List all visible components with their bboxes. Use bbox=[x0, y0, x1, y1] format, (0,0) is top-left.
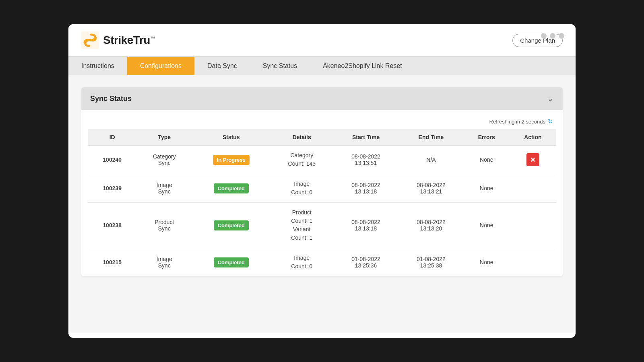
row-start-time-0: 08-08-2022 13:13:51 bbox=[333, 146, 398, 174]
window-dot-2 bbox=[550, 33, 555, 39]
col-details: Details bbox=[270, 129, 333, 146]
logo: StrikeTru™ bbox=[81, 31, 155, 49]
refresh-text: Refreshing in 2 seconds bbox=[489, 119, 545, 125]
row-end-time-2: 08-08-2022 13:13:20 bbox=[398, 203, 464, 248]
main-content: Sync Status ⌄ Refreshing in 2 seconds ↻ … bbox=[68, 75, 576, 333]
row-details-2: Product Count: 1 Variant Count: 1 bbox=[270, 203, 333, 248]
table-row: 100215Image SyncCompletedImage Count: 00… bbox=[88, 248, 556, 277]
main-window: StrikeTru™ Change Plan Instructions Conf… bbox=[68, 24, 576, 338]
row-details-1: Image Count: 0 bbox=[270, 174, 333, 203]
row-status-0: In Progress bbox=[192, 146, 270, 174]
row-start-time-1: 08-08-2022 13:13:18 bbox=[333, 174, 398, 203]
col-errors: Errors bbox=[464, 129, 510, 146]
nav-bar: Instructions Configurations Data Sync Sy… bbox=[68, 56, 576, 75]
nav-item-akeneo-link-reset[interactable]: Akeneo2Shopify Link Reset bbox=[310, 57, 415, 75]
status-badge: Completed bbox=[214, 257, 249, 267]
row-end-time-1: 08-08-2022 13:13:21 bbox=[398, 174, 464, 203]
table-row: 100239Image SyncCompletedImage Count: 00… bbox=[88, 174, 556, 203]
app-header: StrikeTru™ Change Plan bbox=[68, 24, 576, 56]
table-row: 100240Category SyncIn ProgressCategory C… bbox=[88, 146, 556, 174]
row-type-2: Product Sync bbox=[136, 203, 192, 248]
row-status-1: Completed bbox=[192, 174, 270, 203]
window-dot-3 bbox=[559, 33, 564, 39]
row-id-0: 100240 bbox=[88, 146, 136, 174]
col-id: ID bbox=[88, 129, 136, 146]
row-end-time-0: N/A bbox=[398, 146, 464, 174]
refresh-bar: Refreshing in 2 seconds ↻ bbox=[88, 115, 556, 129]
sync-status-panel: Sync Status ⌄ Refreshing in 2 seconds ↻ … bbox=[81, 87, 563, 276]
refresh-icon[interactable]: ↻ bbox=[548, 118, 553, 125]
row-id-1: 100239 bbox=[88, 174, 136, 203]
logo-text: StrikeTru™ bbox=[103, 34, 155, 47]
table-row: 100238Product SyncCompletedProduct Count… bbox=[88, 203, 556, 248]
row-status-2: Completed bbox=[192, 203, 270, 248]
row-id-3: 100215 bbox=[88, 248, 136, 277]
row-action-3 bbox=[510, 248, 556, 277]
row-start-time-3: 01-08-2022 13:25:36 bbox=[333, 248, 398, 277]
panel-title: Sync Status bbox=[90, 95, 132, 103]
cancel-action-button[interactable]: ✕ bbox=[526, 153, 539, 166]
row-type-1: Image Sync bbox=[136, 174, 192, 203]
row-type-0: Category Sync bbox=[136, 146, 192, 174]
row-details-3: Image Count: 0 bbox=[270, 248, 333, 277]
nav-item-instructions[interactable]: Instructions bbox=[68, 57, 127, 75]
col-status: Status bbox=[192, 129, 270, 146]
status-badge: Completed bbox=[214, 183, 249, 193]
row-errors-3: None bbox=[464, 248, 510, 277]
row-action-2 bbox=[510, 203, 556, 248]
col-action: Action bbox=[510, 129, 556, 146]
row-type-3: Image Sync bbox=[136, 248, 192, 277]
row-errors-0: None bbox=[464, 146, 510, 174]
nav-item-sync-status[interactable]: Sync Status bbox=[250, 57, 310, 75]
sync-table: ID Type Status Details Start Time End Ti… bbox=[88, 129, 556, 276]
chevron-down-icon[interactable]: ⌄ bbox=[547, 94, 554, 103]
window-dot-1 bbox=[541, 33, 547, 39]
row-action-0: ✕ bbox=[510, 146, 556, 174]
row-action-1 bbox=[510, 174, 556, 203]
row-id-2: 100238 bbox=[88, 203, 136, 248]
status-badge: In Progress bbox=[213, 155, 250, 165]
nav-item-configurations[interactable]: Configurations bbox=[127, 57, 194, 75]
col-end-time: End Time bbox=[398, 129, 464, 146]
row-details-0: Category Count: 143 bbox=[270, 146, 333, 174]
col-start-time: Start Time bbox=[333, 129, 398, 146]
logo-icon bbox=[81, 31, 99, 49]
row-start-time-2: 08-08-2022 13:13:18 bbox=[333, 203, 398, 248]
panel-body: Refreshing in 2 seconds ↻ ID Type Status… bbox=[81, 110, 563, 276]
row-status-3: Completed bbox=[192, 248, 270, 277]
row-errors-2: None bbox=[464, 203, 510, 248]
row-errors-1: None bbox=[464, 174, 510, 203]
nav-item-data-sync[interactable]: Data Sync bbox=[194, 57, 250, 75]
col-type: Type bbox=[136, 129, 192, 146]
status-badge: Completed bbox=[214, 220, 249, 230]
row-end-time-3: 01-08-2022 13:25:38 bbox=[398, 248, 464, 277]
window-controls bbox=[541, 33, 564, 39]
panel-header: Sync Status ⌄ bbox=[81, 87, 563, 110]
